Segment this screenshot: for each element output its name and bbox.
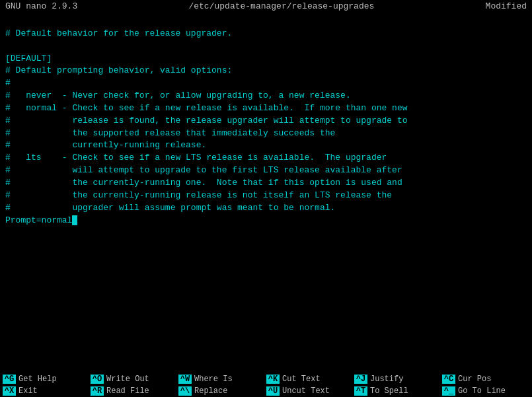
footer-key: ^U — [266, 386, 280, 396]
editor-line: Prompt=normal — [5, 215, 77, 225]
footer-label: Go To Line — [455, 386, 506, 396]
footer-key: ^_ — [442, 386, 455, 396]
footer-row-1: ^GGet Help^OWrite Out^WWhere Is^KCut Tex… — [0, 373, 532, 385]
footer-label: Justify — [367, 375, 403, 384]
editor-line: # upgrader will assume prompt was meant … — [5, 203, 335, 213]
footer-label: Cur Pos — [455, 375, 491, 384]
footer-label: Write Out — [104, 375, 149, 384]
footer-key: ^W — [178, 375, 192, 384]
footer-key: ^G — [3, 375, 16, 384]
editor-line: # normal - Check to see if a new release… — [5, 103, 408, 113]
editor-content[interactable]: # Default behavior for the release upgra… — [0, 13, 532, 358]
footer-key: ^O — [91, 375, 104, 384]
editor-line: # Default prompting behavior, valid opti… — [5, 65, 232, 75]
footer-label: Where Is — [192, 375, 233, 384]
editor-line: # the currently-running one. Note that i… — [5, 178, 402, 188]
footer-item[interactable]: ^WWhere Is — [176, 373, 264, 385]
editor-line: # never - Never check for, or allow upgr… — [5, 90, 351, 100]
footer-label: Exit — [16, 386, 38, 396]
editor-line: # currently-running release. — [5, 140, 206, 150]
footer-label: Uncut Text — [280, 386, 330, 396]
footer-key: ^J — [354, 375, 367, 384]
footer-item[interactable]: ^_Go To Line — [439, 385, 527, 397]
filename: /etc/update-manager/release-upgrades — [188, 1, 374, 11]
editor-line: # will attempt to upgrade to the first L… — [5, 165, 402, 175]
footer-label: Cut Text — [280, 375, 321, 384]
footer-label: To Spell — [367, 386, 408, 396]
footer: ^GGet Help^OWrite Out^WWhere Is^KCut Tex… — [0, 373, 532, 397]
footer-item[interactable]: ^JJustify — [352, 373, 439, 385]
footer-item[interactable]: ^\Replace — [176, 385, 264, 397]
modified-status: Modified — [486, 1, 527, 11]
editor-line: # the supported release that immediately… — [5, 128, 335, 138]
editor-line: # lts - Check to see if a new LTS releas… — [5, 153, 387, 162]
cursor — [72, 215, 77, 225]
footer-item[interactable]: ^GGet Help — [0, 373, 88, 385]
footer-key: ^C — [442, 375, 455, 384]
editor-line: # the currently-running release is not i… — [5, 190, 392, 200]
footer-item[interactable]: ^XExit — [0, 385, 88, 397]
footer-label: Get Help — [16, 375, 57, 384]
footer-item[interactable]: ^KCut Text — [264, 373, 352, 385]
title-bar: GNU nano 2.9.3 /etc/update-manager/relea… — [0, 0, 532, 13]
editor-line: [DEFAULT] — [5, 54, 52, 63]
footer-label: Replace — [192, 386, 227, 396]
editor-line: # Default behavior for the release upgra… — [5, 28, 232, 38]
app-name: GNU nano 2.9.3 — [5, 1, 77, 11]
footer-label: Read File — [104, 386, 149, 396]
editor-line: # — [5, 78, 11, 88]
footer-item[interactable]: ^RRead File — [88, 385, 176, 397]
footer-item[interactable]: ^TTo Spell — [352, 385, 439, 397]
footer-row-2: ^XExit^RRead File^\Replace^UUncut Text^T… — [0, 385, 532, 397]
footer-item[interactable]: ^OWrite Out — [88, 373, 176, 385]
footer-key: ^K — [266, 375, 280, 384]
footer-item[interactable]: ^CCur Pos — [439, 373, 527, 385]
footer-key: ^R — [91, 386, 104, 396]
footer-item[interactable]: ^UUncut Text — [264, 385, 352, 397]
editor-line: # release is found, the release upgrader… — [5, 116, 408, 126]
footer-key: ^T — [354, 386, 367, 396]
footer-key: ^X — [3, 386, 16, 396]
footer-key: ^\ — [178, 386, 192, 396]
